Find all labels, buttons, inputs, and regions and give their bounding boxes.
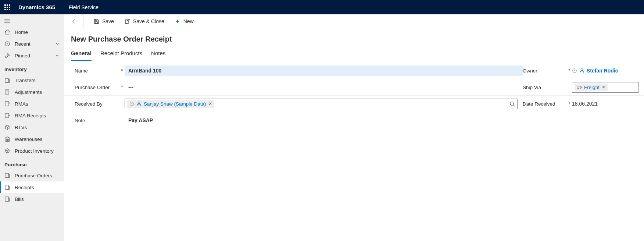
save-close-icon bbox=[124, 18, 130, 24]
label-date-received: Date Received bbox=[523, 101, 567, 107]
recent-icon bbox=[572, 68, 577, 73]
svg-rect-12 bbox=[5, 185, 8, 189]
sidebar-item-receipts[interactable]: Receipts bbox=[0, 181, 64, 193]
ship-via-lookup[interactable]: Freight ✕ bbox=[572, 82, 639, 93]
back-button[interactable] bbox=[68, 15, 80, 27]
chevron-down-icon bbox=[55, 42, 60, 46]
required-indicator: * bbox=[119, 68, 125, 74]
package-icon bbox=[4, 148, 10, 154]
rtv-icon bbox=[4, 124, 10, 130]
sidebar-item-rtvs[interactable]: RTVs bbox=[0, 121, 64, 133]
required-indicator: * bbox=[567, 101, 572, 107]
search-icon[interactable] bbox=[509, 101, 515, 107]
svg-rect-14 bbox=[95, 19, 97, 21]
svg-rect-16 bbox=[126, 20, 127, 21]
svg-rect-10 bbox=[7, 139, 8, 141]
label-name: Name bbox=[64, 68, 119, 74]
sidebar-item-label: RMAs bbox=[15, 101, 28, 107]
save-icon bbox=[93, 18, 99, 24]
remove-received-by[interactable]: ✕ bbox=[208, 101, 212, 106]
plus-icon: + bbox=[175, 18, 180, 24]
rma-icon bbox=[4, 101, 10, 107]
sidebar-item-label: RMA Receipts bbox=[15, 113, 46, 118]
svg-rect-11 bbox=[5, 173, 8, 178]
header-divider bbox=[62, 4, 62, 11]
new-button[interactable]: + New bbox=[171, 16, 197, 26]
sidebar-item-label: Receipts bbox=[15, 185, 34, 190]
received-by-lookup[interactable]: Sanjay Shaw (Sample Data) ✕ bbox=[125, 99, 518, 109]
sidebar-item-label: Transfers bbox=[15, 78, 36, 83]
truck-icon bbox=[577, 85, 582, 89]
tab-general[interactable]: General bbox=[71, 50, 92, 61]
sidebar-item-label: Recent bbox=[15, 41, 31, 47]
svg-point-23 bbox=[138, 102, 140, 104]
input-name[interactable]: ArmBand 100 bbox=[125, 65, 523, 76]
person-icon bbox=[136, 101, 142, 106]
owner-name: Stefan Rodic bbox=[587, 68, 618, 74]
sidebar-item-rmas[interactable]: RMAs bbox=[0, 98, 64, 110]
transfer-icon bbox=[4, 77, 10, 83]
sidebar-item-label: Purchase Orders bbox=[15, 173, 52, 178]
input-date-received[interactable]: 18.06.2021 bbox=[572, 101, 644, 107]
pin-icon bbox=[4, 53, 10, 59]
sidebar-item-label: Pinned bbox=[15, 53, 30, 59]
receipt-icon bbox=[4, 184, 10, 190]
svg-rect-13 bbox=[5, 197, 8, 201]
input-purchase-order[interactable]: --- bbox=[125, 82, 523, 92]
warehouse-icon bbox=[4, 136, 10, 142]
sidebar-item-label: Warehouses bbox=[15, 137, 42, 142]
clock-icon bbox=[4, 41, 10, 47]
tab-notes[interactable]: Notes bbox=[151, 50, 165, 61]
rma-receipts-icon bbox=[4, 113, 10, 118]
sidebar-item-product-inventory[interactable]: Product Inventory bbox=[0, 145, 64, 157]
save-button[interactable]: Save bbox=[90, 16, 118, 26]
received-by-value: Sanjay Shaw (Sample Data) bbox=[144, 101, 206, 107]
sidebar-item-label: Home bbox=[15, 29, 28, 35]
bill-icon bbox=[4, 196, 10, 202]
save-close-button[interactable]: Save & Close bbox=[121, 16, 168, 26]
remove-ship-via[interactable]: ✕ bbox=[602, 85, 605, 90]
svg-rect-4 bbox=[5, 78, 8, 82]
tab-receipt-products[interactable]: Receipt Products bbox=[100, 50, 142, 61]
svg-point-24 bbox=[510, 102, 514, 105]
sidebar-item-home[interactable]: Home bbox=[0, 26, 64, 38]
svg-point-20 bbox=[578, 88, 579, 89]
hamburger-button[interactable] bbox=[0, 14, 64, 26]
required-indicator: * bbox=[119, 84, 125, 90]
label-ship-via: Ship Via bbox=[523, 85, 567, 90]
sidebar-item-transfers[interactable]: Transfers bbox=[0, 74, 64, 86]
sidebar-item-label: Bills bbox=[15, 196, 24, 202]
sidebar-item-pinned[interactable]: Pinned bbox=[0, 50, 64, 61]
sidebar-item-bills[interactable]: Bills bbox=[0, 193, 64, 205]
new-label: New bbox=[183, 18, 194, 24]
app-launcher-icon[interactable] bbox=[4, 4, 10, 10]
label-received-by: Received By bbox=[64, 101, 119, 107]
sidebar-item-label: Product Inventory bbox=[15, 148, 54, 154]
sidebar-item-label: RTVs bbox=[15, 125, 27, 130]
svg-rect-6 bbox=[5, 102, 9, 106]
svg-rect-19 bbox=[577, 86, 580, 88]
sidebar-item-rma-receipts[interactable]: RMA Receipts bbox=[0, 110, 64, 121]
sidebar-item-recent[interactable]: Recent bbox=[0, 38, 64, 50]
sidebar-item-label: Adjustments bbox=[15, 89, 42, 95]
owner-lookup[interactable]: Stefan Rodic bbox=[579, 68, 618, 74]
sidebar-item-adjustments[interactable]: Adjustments bbox=[0, 86, 64, 98]
sidebar-item-warehouses[interactable]: Warehouses bbox=[0, 133, 64, 145]
required-indicator: * bbox=[567, 68, 572, 74]
person-icon bbox=[579, 68, 584, 73]
cmdbar-divider bbox=[83, 14, 84, 28]
label-note: Note bbox=[64, 118, 119, 123]
app-name: Field Service bbox=[69, 4, 99, 10]
svg-point-21 bbox=[580, 88, 581, 89]
purchase-order-icon bbox=[4, 173, 10, 178]
recent-icon bbox=[129, 102, 134, 106]
input-note[interactable]: Pay ASAP bbox=[125, 115, 523, 125]
svg-rect-15 bbox=[95, 22, 97, 24]
page-title: New Purchase Order Receipt bbox=[64, 35, 644, 46]
sidebar-group-purchase: Purchase bbox=[0, 157, 64, 170]
ship-via-value: Freight bbox=[584, 85, 600, 90]
label-purchase-order: Purchase Order bbox=[64, 85, 119, 90]
save-close-label: Save & Close bbox=[133, 18, 164, 24]
sidebar-group-inventory: Inventory bbox=[0, 61, 64, 74]
sidebar-item-purchase-orders[interactable]: Purchase Orders bbox=[0, 170, 64, 181]
